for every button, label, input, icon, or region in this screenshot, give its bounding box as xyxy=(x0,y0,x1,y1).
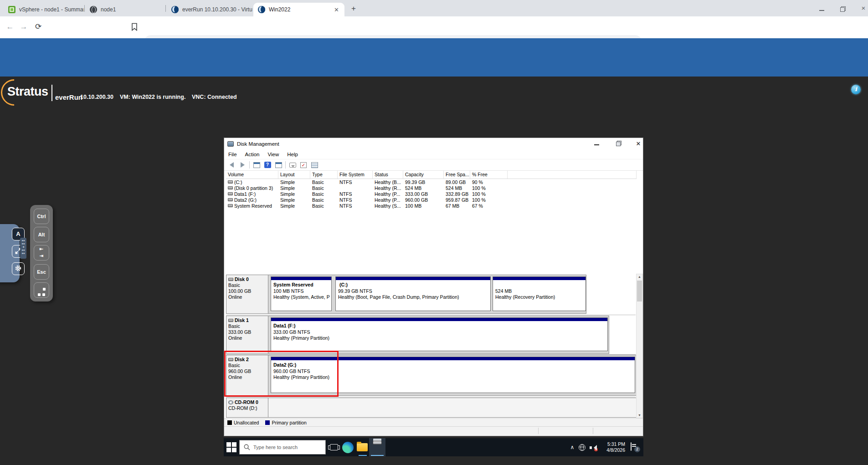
reload-icon[interactable]: ⟳ xyxy=(32,21,45,34)
partition-system-reserved[interactable]: System Reserved 100 MB NTFS Healthy (Sys… xyxy=(271,276,332,311)
volume-icon xyxy=(228,204,233,207)
table-row[interactable]: Data2 (G:) SimpleBasic NTFSHealthy (P...… xyxy=(226,197,637,203)
tab-everrun[interactable]: everRun 10.10.200.30 - Virtual Machi xyxy=(167,3,252,16)
volume-icon xyxy=(228,198,233,201)
notification-center-icon[interactable]: 2 xyxy=(631,443,640,452)
back-icon[interactable]: ← xyxy=(4,21,16,34)
properties-list-icon[interactable] xyxy=(310,161,318,169)
running-indicator xyxy=(359,455,367,456)
disk0-label[interactable]: Disk 0 Basic 100.00 GB Online xyxy=(226,275,268,313)
legend-primary: Primary partition xyxy=(265,420,306,425)
disk-icon xyxy=(228,278,233,281)
tab-title: node1 xyxy=(101,6,116,13)
browser-tab-bar: vSphere - node1 - Summary node1 everRun … xyxy=(0,0,868,16)
primary-partition-bar xyxy=(271,318,607,322)
windows-taskbar: Type here to search I ∧ ✕ 5:31 PM 4/8/20… xyxy=(224,438,643,456)
bookmark-icon[interactable] xyxy=(131,23,138,33)
disk-management-taskbar-active[interactable] xyxy=(369,438,385,456)
disk1-label[interactable]: Disk 1 Basic 333.00 GB Online xyxy=(226,316,268,353)
vertical-scrollbar[interactable]: ▲ ▼ xyxy=(636,274,643,418)
table-row[interactable]: (C:) SimpleBasic NTFSHealthy (B... 99.39… xyxy=(226,179,637,185)
primary-partition-swatch xyxy=(265,420,270,425)
menu-help[interactable]: Help xyxy=(283,152,302,157)
clock-time: 5:31 PM xyxy=(598,441,625,447)
scroll-down-icon[interactable]: ▼ xyxy=(637,414,642,417)
window-minimize-button[interactable] xyxy=(815,5,828,12)
vsphere-icon xyxy=(8,6,15,13)
tab-node1[interactable]: node1 xyxy=(85,3,165,16)
help-icon[interactable]: ? xyxy=(263,161,272,169)
partition-c-drive[interactable]: (C:) 99.39 GB NTFS Healthy (Boot, Page F… xyxy=(335,276,491,311)
panel-drag-handle[interactable]: ●●●●◄●●●● xyxy=(20,238,26,259)
tab-close-icon[interactable]: ✕ xyxy=(333,6,340,13)
cd-icon xyxy=(228,400,233,404)
primary-partition-bar xyxy=(493,277,586,281)
brand-divider xyxy=(51,85,52,101)
menu-view[interactable]: View xyxy=(264,152,283,157)
extra-keys-button[interactable] xyxy=(34,282,49,298)
table-row[interactable]: System Reserved SimpleBasic NTFSHealthy … xyxy=(226,203,637,209)
start-button[interactable] xyxy=(226,442,236,452)
new-tab-button[interactable]: + xyxy=(348,4,359,15)
volume-muted-icon[interactable]: ✕ xyxy=(589,443,598,452)
tab-title: vSphere - node1 - Summary xyxy=(19,6,84,13)
console-window-icon[interactable] xyxy=(274,161,282,169)
check-icon[interactable]: ✓ xyxy=(299,161,308,169)
row-separator xyxy=(226,315,636,315)
info-button[interactable]: i xyxy=(851,85,861,94)
disk2-highlight-box xyxy=(224,351,339,397)
tray-chevron-up-icon[interactable]: ∧ xyxy=(569,444,576,451)
volume-icon xyxy=(228,192,233,195)
search-placeholder: Type here to search xyxy=(253,445,298,450)
edge-browser-icon[interactable] xyxy=(342,441,354,453)
file-explorer-icon[interactable] xyxy=(356,441,368,453)
divider xyxy=(285,161,286,169)
status-divider xyxy=(593,428,593,434)
menu-action[interactable]: Action xyxy=(241,152,264,157)
toolbar-row: ? ✓ xyxy=(224,159,643,171)
minimize-button[interactable] xyxy=(589,138,604,149)
search-input[interactable]: Type here to search I xyxy=(239,440,326,455)
host-ip: 10.10.200.30 xyxy=(80,94,113,100)
partition-recovery[interactable]: 524 MB Healthy (Recovery Partition) xyxy=(493,276,586,311)
tab-divider xyxy=(84,5,85,12)
cdrom-label[interactable]: CD-ROM 0 CD-ROM (D:) xyxy=(226,398,268,417)
back-icon[interactable] xyxy=(227,161,236,169)
forward-icon[interactable]: → xyxy=(17,21,30,34)
task-view-button[interactable] xyxy=(328,441,340,453)
volume-table-header[interactable]: Volume Layout Type File System Status Ca… xyxy=(226,171,637,179)
network-globe-icon[interactable] xyxy=(577,443,586,452)
tab-key-button[interactable]: ⇤⇥ xyxy=(34,245,49,261)
menu-file[interactable]: File xyxy=(224,152,241,157)
console-window-icon[interactable] xyxy=(252,161,261,169)
gear-icon[interactable] xyxy=(12,262,25,275)
restore-button[interactable] xyxy=(611,138,626,149)
scrollbar-thumb[interactable] xyxy=(637,281,642,301)
ctrl-key-button[interactable]: Ctrl xyxy=(34,209,49,224)
comment-bubble-icon[interactable] xyxy=(288,161,297,169)
taskbar-clock[interactable]: 5:31 PM 4/8/2026 xyxy=(598,441,625,453)
disk-icon xyxy=(228,319,233,322)
primary-partition-bar xyxy=(271,277,331,281)
primary-partition-bar xyxy=(336,277,490,281)
table-row[interactable]: (Disk 0 partition 3) SimpleBasic Healthy… xyxy=(226,185,637,191)
vnc-status: VNC: Connected xyxy=(192,94,237,100)
esc-key-button[interactable]: Esc xyxy=(34,264,49,280)
table-row[interactable]: Data1 (F:) SimpleBasic NTFSHealthy (P...… xyxy=(226,191,637,197)
tab-win2022[interactable]: Win2022 ✕ xyxy=(253,3,344,16)
forward-icon[interactable] xyxy=(238,161,247,169)
partition-data1[interactable]: Data1 (F:) 333.00 GB NTFS Healthy (Prima… xyxy=(271,317,608,351)
disk-management-app-icon xyxy=(227,141,234,147)
divider xyxy=(249,161,250,169)
window-restore-button[interactable] xyxy=(836,5,849,12)
tab-vsphere[interactable]: vSphere - node1 - Summary xyxy=(4,3,84,16)
window-title-bar[interactable]: Disk Management xyxy=(224,138,643,150)
volume-icon xyxy=(228,186,233,189)
everrun-product-label: everRun xyxy=(55,93,82,101)
window-title: Disk Management xyxy=(237,141,279,147)
window-close-button[interactable]: × xyxy=(857,5,868,12)
scroll-up-icon[interactable]: ▲ xyxy=(637,275,642,278)
globe-icon xyxy=(90,6,97,13)
close-button[interactable]: ✕ xyxy=(631,138,646,149)
alt-key-button[interactable]: Alt xyxy=(34,227,49,242)
